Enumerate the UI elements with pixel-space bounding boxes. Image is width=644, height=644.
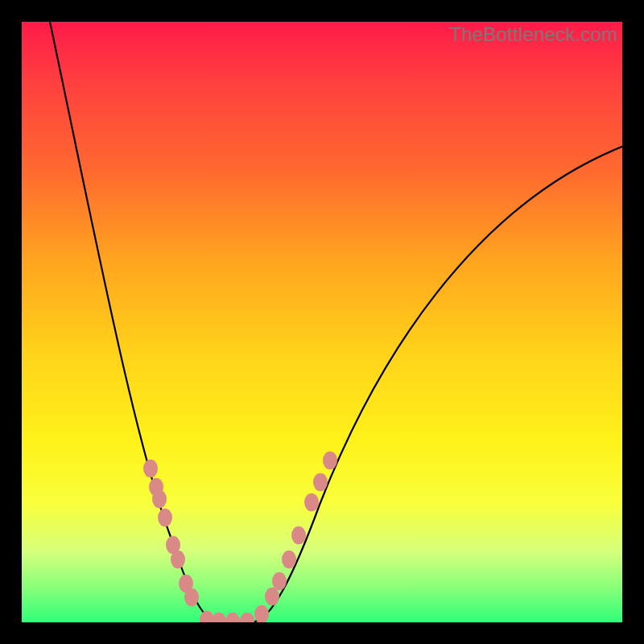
plot-area: TheBottleneck.com bbox=[22, 22, 622, 622]
data-dot bbox=[304, 493, 319, 512]
data-dot bbox=[152, 490, 167, 509]
data-dot bbox=[265, 588, 279, 606]
data-dot bbox=[291, 526, 306, 545]
data-dot bbox=[225, 613, 240, 622]
data-dot bbox=[240, 613, 254, 622]
chart-frame: TheBottleneck.com bbox=[0, 0, 644, 644]
data-dot bbox=[323, 452, 337, 470]
data-dot bbox=[282, 551, 296, 569]
data-dot bbox=[143, 460, 158, 478]
data-dot bbox=[272, 572, 287, 591]
data-dot bbox=[184, 588, 199, 607]
data-dot bbox=[313, 473, 328, 492]
left-curve bbox=[50, 22, 235, 621]
data-dot bbox=[254, 605, 269, 622]
data-dot bbox=[171, 551, 185, 569]
data-dot bbox=[212, 613, 226, 622]
data-dot bbox=[158, 509, 172, 527]
curve-group bbox=[50, 22, 622, 621]
right-curve bbox=[235, 147, 622, 621]
chart-svg bbox=[22, 22, 622, 622]
